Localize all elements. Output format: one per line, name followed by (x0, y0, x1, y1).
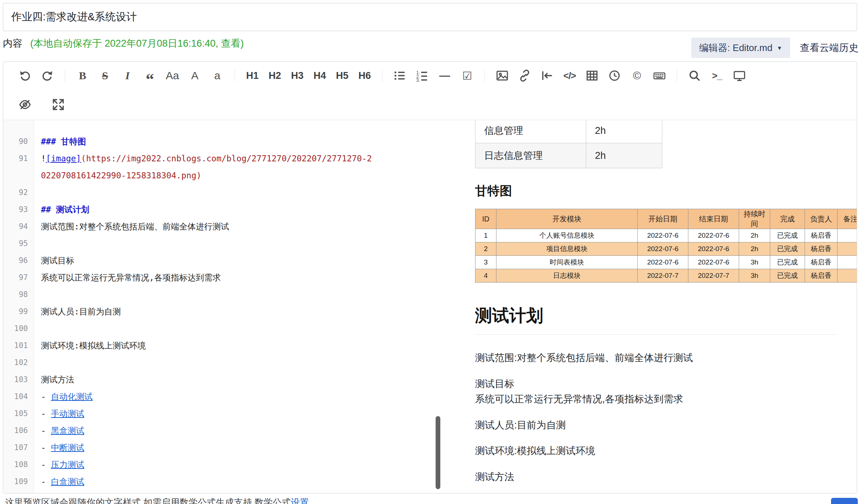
code-segment: ## 测试计划 (41, 205, 89, 214)
ucwords-icon[interactable]: Aa (163, 66, 182, 85)
code-segment: 测试目标 (41, 256, 74, 265)
redo-icon[interactable] (38, 66, 57, 85)
code-segment: 测试方法 (41, 375, 74, 384)
code-line-content[interactable] (34, 320, 373, 337)
h1-icon[interactable]: H1 (243, 66, 262, 85)
h5-icon[interactable]: H5 (333, 66, 352, 85)
code-line-content[interactable]: - 黑盒测试 (34, 422, 373, 439)
code-line-content[interactable]: - 压力测试 (34, 456, 373, 473)
gantt-row: 4日志模块2022-07-72022-07-73h已完成杨启香 (475, 269, 857, 283)
h3-icon[interactable]: H3 (288, 66, 307, 85)
code-segment: - (41, 460, 51, 469)
keyboard-icon[interactable] (650, 66, 669, 85)
toolbar-separator (484, 69, 485, 82)
line-number: 104 (3, 388, 34, 405)
line-number: 91 (3, 150, 34, 184)
copyright-icon[interactable]: © (628, 66, 646, 85)
gantt-cell: 项目信息模块 (496, 242, 638, 256)
math-settings-link[interactable]: 设置 (291, 497, 309, 504)
gantt-cell: 3h (739, 269, 770, 283)
undo-icon[interactable] (16, 66, 34, 85)
table-cell: 2h (586, 143, 662, 168)
table-cell: 信息管理 (475, 120, 586, 143)
code-line: 99测试人员:目前为自测 (3, 303, 441, 320)
cloud-history-link[interactable]: 查看云端历史 (800, 41, 859, 54)
code-line-content[interactable] (34, 490, 373, 493)
gantt-cell: 2022-07-6 (638, 229, 688, 242)
italic-icon[interactable]: I (118, 66, 137, 85)
code-line-content[interactable]: 测试人员:目前为自测 (34, 303, 373, 320)
code-segment: 自动化测试 (51, 392, 93, 401)
code-line-content[interactable]: 测试方法 (34, 371, 373, 388)
source-pane[interactable]: 90### 甘特图91![image](https://img2022.cnbl… (3, 120, 441, 493)
gantt-image-table: ID开发模块开始日期结束日期持续时间完成负责人备注1个人账号信息模块2022-0… (475, 209, 857, 283)
gantt-cell (838, 256, 857, 269)
code-line-content[interactable] (34, 354, 373, 371)
autosave-suffix: ) (240, 38, 244, 49)
code-line-content[interactable]: - 自动化测试 (34, 388, 373, 405)
preview-paragraph: 测试人员:目前为自测 (475, 418, 837, 433)
link-icon[interactable] (515, 66, 534, 85)
code-icon[interactable]: </> (560, 66, 579, 85)
preview-toggle-eye-slash-icon[interactable] (16, 95, 34, 114)
code-segment: ### 甘特图 (41, 137, 86, 146)
fullscreen-arrows-icon[interactable] (49, 95, 68, 114)
ordered-list-icon[interactable]: 1.2.3. (413, 66, 432, 85)
code-line-content[interactable]: ![image](https://img2022.cnblogs.com/blo… (34, 150, 373, 184)
terminal-icon[interactable]: >_ (708, 66, 726, 85)
code-line-content[interactable]: 测试范围:对整个系统包括后端、前端全体进行测试 (34, 218, 373, 235)
post-title-input[interactable] (3, 11, 857, 23)
line-number: 108 (3, 456, 34, 473)
footer-hint-text: 这里预览区域会跟随你的文字样式,如需启用数学公式生成支持,数学公式 (5, 497, 291, 504)
gantt-cell (838, 242, 857, 256)
quote-icon[interactable]: “ (140, 66, 159, 85)
search-icon[interactable] (685, 66, 704, 85)
code-line-content[interactable]: 系统可以正常运行无异常情况,各项指标达到需求 (34, 269, 373, 286)
code-line-content[interactable] (34, 286, 373, 303)
horizontal-rule-icon[interactable]: — (435, 66, 454, 85)
datetime-icon[interactable] (605, 66, 624, 85)
code-line: 95 (3, 235, 441, 252)
code-line-content[interactable] (34, 235, 373, 252)
svg-text:3.: 3. (416, 77, 420, 82)
h6-icon[interactable]: H6 (355, 66, 374, 85)
reference-link-icon[interactable] (538, 66, 557, 85)
unordered-list-icon[interactable] (390, 66, 409, 85)
gantt-cell: 2022-07-6 (688, 242, 739, 256)
gantt-head: ID开发模块开始日期结束日期持续时间完成负责人备注 (475, 209, 857, 229)
strikethrough-icon[interactable]: S (96, 66, 114, 85)
toolbar-separator (65, 69, 65, 82)
gantt-cell (838, 269, 857, 283)
code-segment: - (41, 409, 51, 418)
h4-icon[interactable]: H4 (310, 66, 329, 85)
code-line-content[interactable]: - 白盒测试 (34, 473, 373, 490)
checklist-icon[interactable]: ☑ (458, 66, 477, 85)
image-icon[interactable] (493, 66, 512, 85)
code-line-content[interactable]: 测试环境:模拟线上测试环境 (34, 337, 373, 354)
code-line-content[interactable]: - 手动测试 (34, 405, 373, 422)
gantt-cell: 日志模块 (496, 269, 638, 283)
gantt-header-cell: 开始日期 (638, 209, 688, 229)
gantt-header-cell: 持续时间 (739, 209, 770, 229)
code-line-content[interactable]: 测试目标 (34, 252, 373, 269)
toolbar-row-2 (3, 89, 857, 120)
uppercase-icon[interactable]: A (185, 66, 204, 85)
line-number: 99 (3, 303, 34, 320)
lowercase-icon[interactable]: a (208, 66, 227, 85)
monitor-icon[interactable] (730, 66, 749, 85)
table-icon[interactable] (583, 66, 601, 85)
editor-select-button[interactable]: 编辑器: Editor.md ▼ (691, 38, 790, 58)
submit-button-partial[interactable] (831, 498, 858, 504)
code-line: 96测试目标 (3, 252, 441, 269)
gantt-cell: 已完成 (770, 242, 805, 256)
code-line-content[interactable]: - 中断测试 (34, 439, 373, 456)
h2-icon[interactable]: H2 (265, 66, 284, 85)
line-number: 106 (3, 422, 34, 439)
bold-icon[interactable]: B (73, 66, 92, 85)
code-line-content[interactable]: ## 测试计划 (34, 201, 373, 218)
code-segment: 手动测试 (51, 409, 84, 418)
code-line-content[interactable]: ### 甘特图 (34, 133, 373, 150)
code-line-content[interactable] (34, 184, 373, 201)
vertical-scrollbar-thumb[interactable] (436, 416, 440, 489)
autosave-view-link[interactable]: 查看 (221, 38, 240, 49)
